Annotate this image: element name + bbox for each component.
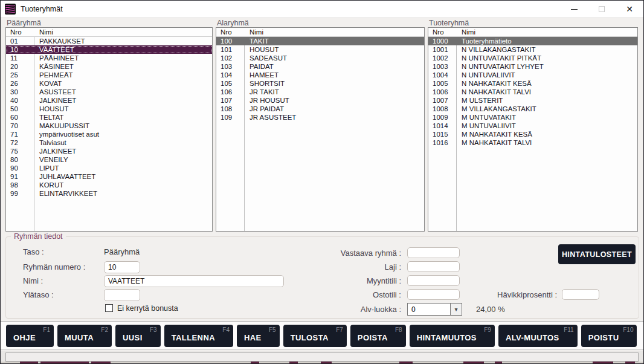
status-bar — [5, 353, 639, 362]
list-row[interactable]: 26KOVAT — [6, 79, 212, 88]
ylataso-field[interactable] — [104, 289, 140, 301]
toolbar-button-label: POISTA — [358, 333, 388, 342]
list-row[interactable]: 1001N VILLAKANGASTAKIT — [428, 45, 637, 54]
list-row[interactable]: 91JUHLAVAATTEET — [6, 172, 212, 181]
toolbar-button-hintamuutos[interactable]: HINTAMUUTOSF9 — [410, 325, 495, 347]
bonus-checkbox-label: Ei kerrytä bonusta — [117, 304, 178, 313]
list-row[interactable]: 71ympärivuotiset asut — [6, 130, 212, 138]
maximize-button[interactable] — [588, 1, 616, 18]
alv-luokka-label: Alv-luokka : — [311, 305, 401, 314]
nimi-field[interactable] — [104, 275, 284, 287]
list-row[interactable]: 1005N NAHKATAKIT KESÄ — [428, 79, 637, 88]
toolbar-button-tulosta[interactable]: TULOSTAF7 — [283, 325, 347, 347]
list-row[interactable]: 11PÄÄHINEET — [6, 54, 212, 62]
fkey-label: F1 — [43, 327, 50, 333]
list-row[interactable]: 72Talviasut — [6, 138, 212, 147]
list-row[interactable]: 1004N UNTUVALIIVIT — [428, 71, 637, 79]
list-row[interactable]: 103PAIDAT — [216, 62, 424, 71]
toolbar-button-label: POISTU — [588, 333, 619, 342]
list-row[interactable]: 80VENEILY — [6, 155, 212, 164]
alv-luokka-value: 0 — [408, 304, 450, 315]
list-row[interactable]: 25PEHMEÄT — [6, 71, 212, 79]
status-strip — [1, 351, 643, 363]
list-row[interactable]: 30ASUSTEET — [6, 88, 212, 96]
list-row[interactable]: 10VAATTEET — [6, 45, 212, 54]
ostotili-field[interactable] — [407, 289, 460, 300]
panel-label-paaryhma: Pääryhmä — [7, 19, 41, 27]
bonus-checkbox[interactable] — [105, 304, 113, 312]
list-row[interactable]: 109JR ASUSTEET — [216, 113, 424, 122]
hintatulosteet-button[interactable]: HINTATULOSTEET — [558, 244, 636, 264]
list-row[interactable]: 50HOUSUT — [6, 105, 212, 113]
toolbar-button-poistu[interactable]: POISTUF10 — [581, 325, 637, 347]
list-row[interactable]: 108JR PAIDAT — [216, 105, 424, 113]
list-row[interactable]: 101HOUSUT — [216, 45, 424, 54]
list-header: NroNimi — [216, 28, 424, 37]
list-row[interactable]: 1000Tuoteryhmätieto — [428, 37, 637, 45]
list-row[interactable]: 70MAKUUPUSSIT — [6, 122, 212, 130]
list-row[interactable]: 60TELTAT — [6, 113, 212, 122]
list-row[interactable]: 1003N UNTUVATAKIT LYHYET — [428, 62, 637, 71]
ylataso-label: Ylätaso : — [23, 290, 54, 299]
havikkiprosentti-field[interactable] — [562, 289, 599, 300]
list-row[interactable]: 75JALKINEET — [6, 147, 212, 155]
taso-label: Taso : — [23, 247, 44, 256]
list-header: NroNimi — [428, 28, 637, 37]
list-row[interactable]: 107JR HOUSUT — [216, 96, 424, 105]
list-row[interactable]: 99ELINTARVIKKEET — [6, 189, 212, 198]
laji-label: Laji : — [311, 262, 401, 271]
app-window: Tuoteryhmät ✕ Pääryhmä Alaryhmä Tuoteryh… — [0, 0, 644, 364]
minimize-button[interactable] — [560, 1, 588, 18]
fkey-label: F3 — [150, 327, 157, 333]
list-row[interactable]: 105SHORTSIT — [216, 79, 424, 88]
minimize-icon — [571, 9, 578, 10]
toolbar-button-muuta[interactable]: MUUTAF2 — [57, 325, 112, 347]
list-row[interactable]: 104HAMEET — [216, 71, 424, 79]
fkey-label: F10 — [623, 327, 633, 333]
fkey-label: F5 — [269, 327, 276, 333]
fkey-label: F4 — [222, 327, 230, 333]
laji-field[interactable] — [407, 261, 460, 272]
vastaava-ryhma-field[interactable] — [407, 247, 460, 258]
list-row[interactable]: 1009M UNTUVATAKIT — [428, 113, 637, 122]
list-row[interactable]: 1008M VILLAKANGASTAKIT — [428, 105, 637, 113]
list-row[interactable]: 1006N NAHKATAKIT TALVI — [428, 88, 637, 96]
myyntitili-field[interactable] — [407, 275, 460, 286]
list-row[interactable]: 102SADEASUT — [216, 54, 424, 62]
ryhman-numero-field[interactable] — [104, 261, 140, 273]
title-bar: Tuoteryhmät ✕ — [1, 1, 643, 18]
list-row[interactable]: 40JALKINEET — [6, 96, 212, 105]
list-row[interactable]: 1007M ULSTERIT — [428, 96, 637, 105]
tuoteryhma-list: NroNimi1000Tuoteryhmätieto1001N VILLAKAN… — [428, 27, 638, 232]
list-row[interactable]: 1014M UNTUVALIIVIT — [428, 122, 637, 130]
myyntitili-label: Myyntitili : — [311, 276, 401, 285]
list-row[interactable]: 1002N UNTUVATAKIT PITKÄT — [428, 54, 637, 62]
toolbar-button-uusi[interactable]: UUSIF3 — [115, 325, 161, 347]
toolbar-button-alv-muutos[interactable]: ALV-MUUTOSF11 — [498, 325, 578, 347]
ryhman-numero-label: Ryhmän numero : — [23, 262, 85, 271]
toolbar-button-hae[interactable]: HAEF5 — [237, 325, 280, 347]
toolbar-button-tallenna[interactable]: TALLENNAF4 — [164, 325, 233, 347]
alv-luokka-select[interactable]: 0 ▾ — [407, 303, 462, 316]
toolbar-button-ohje[interactable]: OHJEF1 — [6, 325, 54, 347]
maximize-icon — [599, 6, 605, 12]
chevron-down-icon[interactable]: ▾ — [450, 304, 462, 315]
list-row[interactable]: 100TAKIT — [216, 37, 424, 45]
list-row[interactable]: 106JR TAKIT — [216, 88, 424, 96]
toolbar-button-poista[interactable]: POISTAF8 — [350, 325, 406, 347]
close-button[interactable]: ✕ — [616, 1, 643, 18]
list-row[interactable]: 1016M NAHKATAKIT TALVI — [428, 138, 637, 147]
toolbar-button-label: UUSI — [123, 333, 143, 342]
fkey-label: F2 — [101, 327, 108, 333]
function-key-toolbar: OHJEF1MUUTAF2UUSIF3TALLENNAF4HAEF5TULOST… — [1, 321, 643, 350]
nimi-label: Nimi : — [23, 276, 43, 285]
toolbar-button-label: OHJE — [13, 333, 36, 342]
list-row[interactable]: 98KORUT — [6, 181, 212, 189]
list-row[interactable]: 20KÄSINEET — [6, 62, 212, 71]
list-row[interactable]: 01PAKKAUKSET — [6, 37, 212, 45]
ostotili-label: Ostotili : — [311, 290, 401, 299]
fieldset-legend: Ryhmän tiedot — [11, 232, 66, 241]
list-row[interactable]: 90LIPUT — [6, 164, 212, 172]
toolbar-button-label: ALV-MUUTOS — [506, 333, 559, 342]
list-row[interactable]: 1015M NAHKATAKIT KESÄ — [428, 130, 637, 138]
